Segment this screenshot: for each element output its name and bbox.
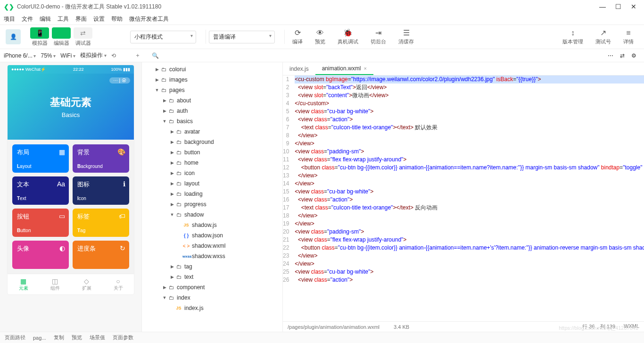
code-line-7[interactable]: <text class="cuIcon-title text-orange"><… bbox=[295, 124, 644, 132]
code-line-19[interactable]: </view> bbox=[295, 220, 644, 228]
card-[interactable]: 头像◐ bbox=[12, 241, 69, 269]
action-切后台[interactable]: ⇥切后台 bbox=[366, 28, 391, 45]
phone-tab-扩展[interactable]: ◇扩展 bbox=[71, 274, 102, 294]
code-line-12[interactable]: <button class="cu-btn bg-{{item.color}} … bbox=[295, 164, 644, 172]
tree-pages[interactable]: ▼🗀pages bbox=[142, 85, 282, 95]
code-line-24[interactable]: </view> bbox=[295, 260, 644, 268]
code-line-22[interactable]: <button class="cu-btn bg-{{item.color}} … bbox=[295, 244, 644, 252]
phone-tab-组件[interactable]: ◫组件 bbox=[39, 274, 71, 294]
menu-帮助[interactable]: 帮助 bbox=[111, 15, 123, 23]
code-line-18[interactable]: </view> bbox=[295, 212, 644, 220]
code-line-8[interactable]: </view> bbox=[295, 132, 644, 140]
menu-编辑[interactable]: 编辑 bbox=[40, 15, 51, 23]
tree-shadow.wxml[interactable]: < >shadow.wxml bbox=[142, 241, 282, 251]
code-line-5[interactable]: <view class="cu-bar bg-white"> bbox=[295, 108, 644, 116]
tree-icon[interactable]: ▶🗀icon bbox=[142, 168, 282, 178]
code-line-4[interactable]: </cu-custom> bbox=[295, 100, 644, 108]
code-line-13[interactable]: </view> bbox=[295, 172, 644, 180]
more-icon[interactable]: ⋯ bbox=[608, 52, 613, 59]
tree-index.js[interactable]: JSindex.js bbox=[142, 303, 282, 313]
code-line-21[interactable]: <view class="flex flex-wrap justify-arou… bbox=[295, 236, 644, 244]
tree-home[interactable]: ▶🗀home bbox=[142, 158, 282, 168]
phone-preview[interactable]: ●●●●● WeChat⚡22:22100% ▮▮▮ ⋯ | ⦿ 基础元素 Ba… bbox=[8, 65, 134, 294]
tree-button[interactable]: ▶🗀button bbox=[142, 147, 282, 158]
minimize-button[interactable]: — bbox=[599, 3, 606, 10]
bottom-预览[interactable]: 预览 bbox=[72, 334, 82, 341]
action-编译[interactable]: ⟳编译 bbox=[288, 28, 307, 45]
action-预览[interactable]: 👁预览 bbox=[310, 29, 330, 45]
tree-shadow.json[interactable]: { }shadow.json bbox=[142, 230, 282, 241]
tree-index[interactable]: ▼🗀index bbox=[142, 293, 282, 303]
card-[interactable]: 进度条↻ bbox=[73, 241, 129, 269]
code-line-9[interactable]: </view> bbox=[295, 140, 644, 148]
tree-tag[interactable]: ▶🗀tag bbox=[142, 261, 282, 272]
editor-tab-index.js[interactable]: index.js bbox=[283, 62, 315, 75]
rotate-icon[interactable]: ⟲ bbox=[111, 52, 116, 59]
tree-component[interactable]: ▶🗀component bbox=[142, 282, 282, 293]
split-icon[interactable]: ⇄ bbox=[620, 52, 625, 59]
editor-tab-animation.wxml[interactable]: animation.wxml× bbox=[315, 62, 373, 75]
bottom-场景值[interactable]: 场景值 bbox=[90, 334, 105, 341]
bottom-pag...[interactable]: pag... bbox=[33, 335, 46, 341]
tree-progress[interactable]: ▶🗀progress bbox=[142, 199, 282, 209]
action-测试号[interactable]: ↗测试号 bbox=[591, 28, 616, 45]
code-line-23[interactable]: </view> bbox=[295, 252, 644, 260]
tree-shadow[interactable]: ▼🗀shadow bbox=[142, 209, 282, 220]
menu-工具[interactable]: 工具 bbox=[58, 15, 69, 23]
action-清缓存[interactable]: ☰清缓存 bbox=[394, 28, 419, 45]
code-line-15[interactable]: <view class="cu-bar bg-white"> bbox=[295, 188, 644, 196]
code-line-10[interactable]: <view class="padding-sm"> bbox=[295, 148, 644, 156]
tree-colorui[interactable]: ▶🗀colorui bbox=[142, 64, 282, 75]
code-line-2[interactable]: <view slot="backText">返回</view> bbox=[295, 84, 644, 92]
tree-background[interactable]: ▶🗀background bbox=[142, 137, 282, 147]
mode-编辑器[interactable]: 编辑器 bbox=[52, 27, 71, 47]
card-button[interactable]: 按钮Button▭ bbox=[12, 209, 69, 237]
tree-avatar[interactable]: ▶🗀avatar bbox=[142, 126, 282, 137]
code-area[interactable]: 1234567891011121314151617181920212223242… bbox=[283, 75, 644, 321]
menu-设置[interactable]: 设置 bbox=[93, 15, 105, 23]
bottom-页面参数[interactable]: 页面参数 bbox=[113, 334, 133, 341]
code-line-25[interactable]: <view class="cu-bar bg-white"> bbox=[295, 268, 644, 276]
tree-about[interactable]: ▶🗀about bbox=[142, 95, 282, 106]
file-tree[interactable]: ▶🗀colorui▶🗀images▼🗀pages▶🗀about▶🗀auth▼🗀b… bbox=[141, 62, 283, 332]
tree-text[interactable]: ▶🗀text bbox=[142, 272, 282, 282]
close-tab-icon[interactable]: × bbox=[363, 66, 366, 71]
device-select[interactable]: iPhone 6/... bbox=[4, 52, 36, 59]
card-background[interactable]: 背景Background🎨 bbox=[73, 144, 129, 173]
code-line-6[interactable]: <view class="action"> bbox=[295, 116, 644, 124]
card-layout[interactable]: 布局Layout▦ bbox=[12, 144, 69, 173]
zoom-select[interactable]: 75% bbox=[41, 52, 56, 59]
maximize-button[interactable]: ☐ bbox=[615, 3, 621, 10]
card-icon[interactable]: 图标Iconℹ bbox=[73, 176, 129, 205]
tree-shadow.js[interactable]: JSshadow.js bbox=[142, 220, 282, 230]
tree-auth[interactable]: ▶🗀auth bbox=[142, 106, 282, 116]
code-line-17[interactable]: <text class="cuIcon-title text-orange"><… bbox=[295, 204, 644, 212]
close-button[interactable]: ✕ bbox=[631, 3, 636, 10]
user-avatar[interactable] bbox=[6, 29, 21, 44]
card-tag[interactable]: 标签Tag🏷 bbox=[73, 209, 129, 237]
action-详情[interactable]: ≡详情 bbox=[619, 29, 638, 45]
phone-tab-关于[interactable]: ○关于 bbox=[102, 274, 134, 294]
search-icon[interactable]: 🔍 bbox=[152, 52, 159, 59]
mode-模拟器[interactable]: 📱模拟器 bbox=[30, 27, 49, 47]
tree-basics[interactable]: ▼🗀basics bbox=[142, 116, 282, 126]
code-line-1[interactable]: <cu-custom bgImage="https://image.weilan… bbox=[295, 75, 644, 84]
tree-layout[interactable]: ▶🗀layout bbox=[142, 178, 282, 189]
card-text[interactable]: 文本TextAa bbox=[12, 176, 69, 205]
action-版本管理[interactable]: ↕版本管理 bbox=[558, 29, 588, 45]
add-file-icon[interactable]: ＋ bbox=[135, 51, 140, 59]
code-line-16[interactable]: <view class="action"> bbox=[295, 196, 644, 204]
compile-mode-select[interactable]: 普通编译 bbox=[209, 31, 275, 43]
program-mode-select[interactable]: 小程序模式 bbox=[130, 31, 196, 43]
menu-文件[interactable]: 文件 bbox=[22, 15, 33, 23]
bottom-复制[interactable]: 复制 bbox=[54, 334, 64, 341]
mode-调试器[interactable]: ⇄调试器 bbox=[74, 27, 92, 47]
settings-icon[interactable]: ⚙ bbox=[631, 52, 636, 59]
code-line-14[interactable]: </view> bbox=[295, 180, 644, 188]
tree-images[interactable]: ▶🗀images bbox=[142, 75, 282, 85]
code-line-11[interactable]: <view class="flex flex-wrap justify-arou… bbox=[295, 156, 644, 164]
bottom-页面路径[interactable]: 页面路径 bbox=[5, 334, 25, 341]
simop-select[interactable]: 模拟操作 bbox=[80, 51, 107, 59]
menu-界面[interactable]: 界面 bbox=[75, 15, 87, 23]
code-line-20[interactable]: <view class="padding-sm"> bbox=[295, 228, 644, 236]
